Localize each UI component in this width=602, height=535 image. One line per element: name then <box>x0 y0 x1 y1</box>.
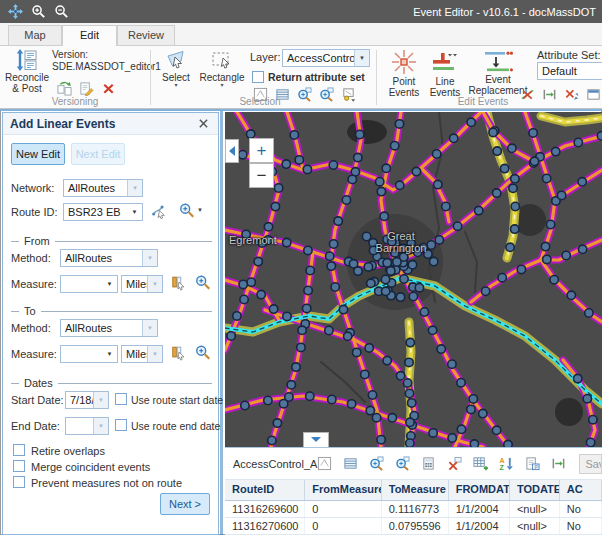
table-pan-selected-icon[interactable] <box>395 456 410 472</box>
map-canvas[interactable] <box>225 112 602 447</box>
use-route-start-date-checkbox[interactable] <box>115 393 127 405</box>
table-split-icon[interactable] <box>551 456 566 472</box>
line-events-button[interactable]: Line Events <box>426 49 464 98</box>
attribute-set-value: Default <box>538 65 602 77</box>
move-measure-icon[interactable] <box>541 86 557 102</box>
from-method-label: Method: <box>11 252 51 264</box>
table-select-icon[interactable] <box>317 456 332 472</box>
event-editor-window: Event Editor - v10.6.1 - docMassDOT Map … <box>0 0 602 535</box>
table-add-icon[interactable] <box>473 456 488 472</box>
map-zoom-in-button[interactable]: + <box>249 138 274 163</box>
network-combo[interactable]: AllRoutes ▼ <box>63 179 143 197</box>
return-attribute-set-checkbox[interactable] <box>252 71 264 83</box>
attribute-set-combo[interactable]: Default <box>537 62 602 80</box>
next-button[interactable]: Next > <box>160 493 210 515</box>
network-value: AllRoutes <box>64 182 127 194</box>
layer-combo[interactable]: AccessControl_A ▼ <box>282 49 370 67</box>
cell: 1/1/2004 <box>449 501 510 517</box>
table-show-selected-icon[interactable] <box>343 456 358 472</box>
next-edit-button[interactable]: Next Edit <box>71 143 125 165</box>
route-id-label: Route ID: <box>11 206 57 218</box>
tab-map[interactable]: Map <box>8 25 62 45</box>
use-route-end-date-checkbox[interactable] <box>115 419 127 431</box>
zoom-to-route-icon[interactable]: ▼ <box>179 202 203 218</box>
clear-selection-icon[interactable] <box>340 86 356 102</box>
point-events-label: Point Events <box>389 76 420 98</box>
map-zoom-out-button[interactable]: − <box>249 163 274 188</box>
edit-attributes-icon[interactable] <box>585 86 601 102</box>
tab-edit[interactable]: Edit <box>62 25 117 46</box>
to-unit-combo[interactable]: Miles▼ <box>121 345 163 363</box>
column-header[interactable]: TODATE <box>510 480 560 500</box>
column-header[interactable]: ToMeasure <box>382 480 449 500</box>
column-header[interactable]: AC <box>560 480 602 500</box>
table-zoom-selected-icon[interactable] <box>369 456 384 472</box>
reconcile-post-button[interactable]: Reconcile & Post <box>4 49 50 94</box>
pan-icon[interactable] <box>6 3 24 21</box>
use-route-start-date-label: Use route start date <box>131 394 223 406</box>
to-zoom-icon[interactable] <box>195 344 211 360</box>
collapse-table-button[interactable] <box>303 432 329 447</box>
column-header[interactable]: FROMDATE <box>449 480 510 500</box>
to-method-combo[interactable]: AllRoutes▼ <box>60 319 158 337</box>
table-toolbar: AccessControl_A AZ P Save <box>225 448 602 480</box>
table-header-row: RouteID FromMeasure ToMeasure FROMDATE T… <box>225 480 602 501</box>
zoom-in-tool-icon[interactable] <box>29 3 47 21</box>
table-calculate-icon[interactable] <box>421 456 436 472</box>
point-events-button[interactable]: Point Events <box>384 49 424 98</box>
to-measure-combo[interactable]: ▼ <box>60 345 118 363</box>
from-measure-pick-icon[interactable] <box>171 274 187 290</box>
layer-combo-arrow[interactable]: ▼ <box>354 50 369 66</box>
route-id-combo[interactable]: BSR23 EB ▼ <box>63 203 143 221</box>
table-clear-selection-icon[interactable] <box>447 456 462 472</box>
attribute-table-panel: AccessControl_A AZ P Save RouteID FromMe… <box>225 447 602 535</box>
network-label: Network: <box>11 182 54 194</box>
column-header[interactable]: RouteID <box>225 480 305 500</box>
select-route-on-map-icon[interactable] <box>151 202 167 218</box>
merge-coincident-checkbox[interactable] <box>13 460 25 472</box>
cell: 1/1/2004 <box>449 518 510 534</box>
column-header[interactable]: FromMeasure <box>305 480 381 500</box>
collapse-panel-button[interactable] <box>225 139 239 163</box>
zoom-out-tool-icon[interactable] <box>52 3 70 21</box>
panel-splitter[interactable] <box>220 111 223 535</box>
end-date-combo[interactable]: ▼ <box>65 417 109 435</box>
switch-version-icon[interactable] <box>56 80 72 96</box>
window-title: Event Editor - v10.6.1 - docMassDOT <box>413 6 596 18</box>
selection-group-label: Selection <box>215 96 305 107</box>
from-zoom-icon[interactable] <box>195 274 211 290</box>
table-save-button[interactable]: Save <box>579 454 602 474</box>
split-event-icon[interactable] <box>563 86 579 102</box>
cell: 0.0795596 <box>382 518 449 534</box>
rectangle-button[interactable]: Rectangle ▾ <box>198 49 246 88</box>
edit-events-group-label: Edit Events <box>438 96 528 107</box>
tab-review[interactable]: Review <box>117 25 175 45</box>
map-view[interactable]: Egremont GreatBarrington + − <box>225 112 602 447</box>
table-sort-icon[interactable]: AZ <box>499 456 514 472</box>
from-method-combo[interactable]: AllRoutes▼ <box>60 249 158 267</box>
table-properties-icon[interactable]: P <box>525 456 540 472</box>
prevent-measures-checkbox[interactable] <box>13 476 25 488</box>
retire-overlaps-checkbox[interactable] <box>13 444 25 456</box>
layer-combo-value: AccessControl_A <box>283 52 354 64</box>
svg-text:P: P <box>535 464 539 470</box>
to-measure-label: Measure: <box>11 348 57 360</box>
table-row[interactable]: 11316269600 0 0.1116773 1/1/2004 <null> … <box>225 501 602 518</box>
select-button[interactable]: Select ▾ <box>156 49 196 88</box>
to-measure-pick-icon[interactable] <box>171 344 187 360</box>
versioning-group-label: Versioning <box>30 96 120 107</box>
collapse-left-icon <box>228 145 236 157</box>
retire-overlaps-label: Retire overlaps <box>31 445 105 457</box>
cell: 0.1116773 <box>382 501 449 517</box>
close-panel-icon[interactable] <box>195 116 211 132</box>
from-divider: From <box>11 235 212 247</box>
delete-version-icon[interactable] <box>100 80 116 96</box>
from-measure-combo[interactable]: ▼ <box>60 275 118 293</box>
start-date-combo[interactable]: 7/18/▼ <box>65 391 109 409</box>
new-edit-button[interactable]: New Edit <box>11 143 65 165</box>
event-replacement-icon <box>483 49 513 73</box>
table-row[interactable]: 11316270600 0 0.0795596 1/1/2004 <null> … <box>225 518 602 535</box>
from-unit-combo[interactable]: Miles▼ <box>121 275 163 293</box>
pan-to-selection-icon[interactable] <box>318 86 334 102</box>
new-version-icon[interactable] <box>78 80 94 96</box>
